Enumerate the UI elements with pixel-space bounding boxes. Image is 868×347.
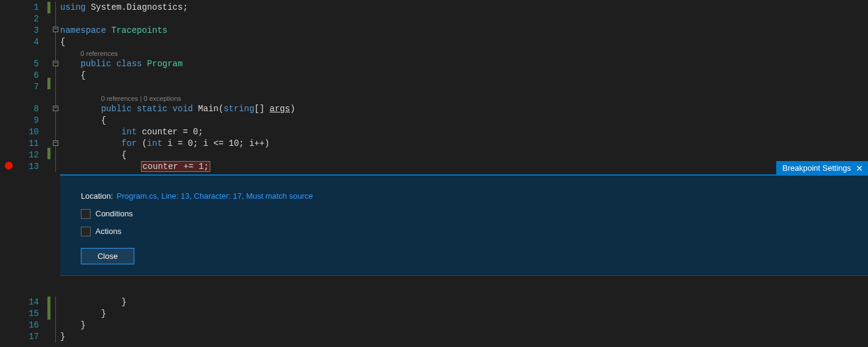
breakpoint-icon[interactable] [5,162,13,170]
actions-checkbox[interactable] [81,227,91,236]
line-number: 7 [17,81,39,93]
breakpoint-settings-tab: Breakpoint Settings ✕ [776,161,868,176]
outline-gutter[interactable]: − − − − [52,0,60,347]
code-content[interactable]: using System.Diagnostics; namespace Trac… [60,0,868,347]
code-text: counter = 0; [137,127,203,137]
fold-toggle-icon[interactable]: − [53,61,58,66]
line-number: 13 [17,161,39,173]
fold-toggle-icon[interactable]: − [53,27,58,32]
keyword: int [147,139,162,148]
conditions-label: Conditions [95,208,133,219]
type-name: Program [142,59,182,69]
line-number: 6 [17,70,39,81]
breakpoint-settings-panel: Breakpoint Settings ✕ Location: Program.… [60,174,868,276]
fold-toggle-icon[interactable]: − [53,106,58,111]
code-text: System.Diagnostics; [86,2,188,12]
close-icon[interactable]: ✕ [856,164,863,173]
line-number-gutter: 14 15 16 17 [17,297,47,345]
line-number: 9 [17,115,39,126]
location-label: Location: [81,190,113,202]
highlighted-statement: counter += 1; [142,162,209,171]
brace: } [81,320,86,330]
change-mark [47,2,50,13]
glyph-margin[interactable] [0,297,17,345]
method-name: Main( [193,104,223,114]
line-number: 5 [17,58,39,70]
line-number-gutter: 1 2 3 4 5 6 7 8 9 10 11 12 13 [17,0,47,347]
change-indicator-gutter [47,0,52,347]
brace: { [60,37,65,47]
keyword: public [81,59,111,69]
line-number: 17 [17,331,39,343]
codelens[interactable]: 0 references [81,50,118,57]
line-number: 14 [17,297,39,308]
keyword: for [122,139,137,148]
keyword: string [224,104,254,114]
keyword: using [60,2,86,12]
change-mark [47,148,50,159]
line-number: 15 [17,308,39,320]
line-number: 16 [17,320,39,331]
code-content[interactable]: } } } } [60,297,126,345]
code-text: i = 0; i <= 10; i++) [162,139,269,148]
conditions-checkbox[interactable] [81,209,91,219]
change-indicator-gutter [47,297,52,345]
brace: } [101,309,106,318]
outline-line [55,297,56,343]
outline-gutter[interactable] [52,297,60,345]
line-number: 3 [17,25,39,36]
line-number: 10 [17,126,39,138]
fold-toggle-icon[interactable]: − [53,140,58,146]
brace: { [122,150,126,160]
line-number: 2 [17,13,39,25]
change-mark [47,78,50,89]
brace: { [101,115,106,125]
code-editor: 1 2 3 4 5 6 7 8 9 10 11 12 13 − − − − us… [0,0,868,347]
type-name: Tracepoints [106,26,168,35]
param-name: args [270,104,291,114]
brace: { [81,70,86,80]
code-text: [] [254,104,269,114]
close-button[interactable]: Close [81,248,134,264]
keyword: int [122,127,137,137]
brace: } [60,332,65,342]
line-number: 8 [17,103,39,115]
glyph-margin[interactable] [0,0,17,347]
keyword: void [167,104,193,114]
code-text: ) [290,104,295,114]
keyword: static [132,104,168,114]
line-number: 4 [17,36,39,48]
keyword: namespace [60,26,106,35]
actions-label: Actions [95,225,122,237]
line-number: 11 [17,138,39,149]
brace: } [122,297,126,307]
codelens[interactable]: 0 references | 0 exceptions [101,95,181,102]
keyword: public [101,104,131,114]
code-text: ( [137,139,147,148]
line-number: 12 [17,149,39,161]
line-number: 1 [17,2,39,13]
keyword: class [111,59,142,69]
location-link[interactable]: Program.cs, Line: 13, Character: 17, Mus… [117,190,313,202]
panel-title: Breakpoint Settings [782,162,851,174]
change-mark [47,297,50,320]
code-editor-lower: 14 15 16 17 } } } } [0,297,126,345]
